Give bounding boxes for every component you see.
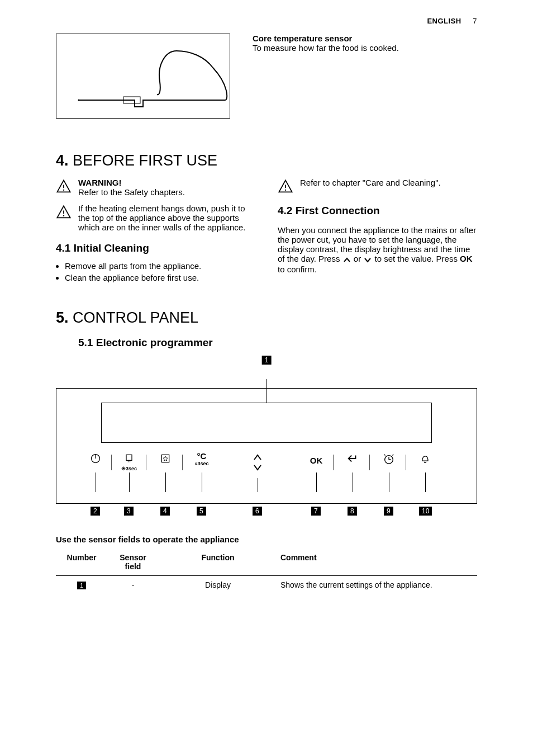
section-5-1-title: Electronic programmer [96,337,213,348]
cell-function: Display [159,576,277,594]
callout-badge-10: 10 [419,507,432,516]
page-header: ENGLISH 7 [56,17,477,25]
section-5-heading: 5. CONTROL PANEL [56,309,477,327]
callout-badge-5: 5 [197,507,206,516]
cell-comment: Shows the current settings of the applia… [277,576,477,594]
section-4-1-title: Initial Cleaning [74,242,149,254]
warning-label: WARNING! [78,178,122,187]
callout-badge-8: 8 [348,507,357,516]
section-4-1-number: 4.1 [56,242,70,254]
up-down-icon [244,453,272,474]
light-icon: ☀3sec [115,453,143,471]
section-5-1-heading: 5.1 Electronic programmer [56,337,477,349]
svg-point-5 [63,215,64,216]
callout-badge-2: 2 [91,507,100,516]
language-label: ENGLISH [427,17,461,25]
section-4-1-heading: 4.1 Initial Cleaning [56,242,255,254]
display-screen [101,403,432,443]
row-num-badge: 1 [77,582,86,589]
svg-rect-10 [126,455,132,460]
section-5-number: 5. [56,309,69,326]
ok-text: OK [460,254,473,263]
section-4-2-heading: 4.2 First Connection [278,205,477,217]
warning-icon [278,179,293,195]
accessory-row: Core temperature sensor To measure how f… [56,34,477,119]
callout-badge-4: 4 [160,507,170,516]
list-item: Clean the appliance before first use. [65,273,255,282]
first-connection-body: When you connect the appliance to the ma… [278,225,477,274]
bell-icon [411,453,439,466]
accessory-title: Core temperature sensor [253,34,477,43]
ok-label: OK [310,456,323,465]
temperature-sublabel: 3sec [197,461,208,466]
th-function: Function [159,549,277,576]
warning-icon [56,179,72,195]
temperature-button: °C »3sec [188,451,216,466]
control-panel-diagram: ☀3sec °C »3sec OK [56,388,477,504]
callout-badge-7: 7 [311,507,321,516]
callout-badge-3: 3 [124,507,134,516]
table-caption: Use the sensor fields to operate the app… [56,535,477,544]
note-care-text: Refer to chapter "Care and Cleaning". [300,178,441,187]
accessory-desc: To measure how far the food is cooked. [253,43,477,53]
section-4-number: 4. [56,152,69,169]
section-4-title: BEFORE FIRST USE [73,152,217,169]
note-care-cleaning: Refer to chapter "Care and Cleaning". [278,178,477,195]
caret-up-icon [342,254,351,264]
svg-point-1 [78,100,80,101]
page-number: 7 [473,17,477,25]
accessory-text: Core temperature sensor To measure how f… [253,34,477,119]
th-sensor: Sensor field [107,549,159,576]
section-4-2-number: 4.2 [278,205,292,216]
svg-point-7 [285,190,286,191]
body-text-d: to confirm. [278,264,317,274]
favourite-icon [151,453,179,466]
section-5-title: CONTROL PANEL [73,309,198,326]
th-number: Number [56,549,107,576]
body-text-c: to set the value. Press [374,254,460,263]
cell-sensor: - [107,576,159,594]
section-5-1-number: 5.1 [78,337,93,348]
light-sublabel: 3sec [126,466,137,471]
section-4-2-title: First Connection [296,205,380,216]
warning-text: Refer to the Safety chapters. [78,187,185,197]
clock-icon [375,453,403,467]
callout-badge-1: 1 [262,356,272,365]
ok-button: OK [302,456,330,465]
note-heating-element: If the heating element hangs down, push … [56,204,255,232]
list-item: Remove all parts from the appliance. [65,261,255,271]
temperature-label: °C [197,451,207,461]
warning-block: WARNING! Refer to the Safety chapters. [56,178,255,197]
warning-icon [56,205,72,220]
svg-point-3 [63,190,64,191]
callout-badge-9: 9 [384,507,393,516]
core-temp-sensor-illustration [56,34,230,119]
power-icon [82,453,110,466]
back-icon [339,453,367,466]
initial-cleaning-bullets: Remove all parts from the appliance. Cle… [56,261,255,282]
th-comment: Comment [277,549,477,576]
body-text-b: or [354,254,364,263]
note-heating-text: If the heating element hangs down, push … [78,204,245,232]
caret-down-icon [363,254,372,264]
sensor-field-table: Number Sensor field Function Comment 1 -… [56,549,477,594]
callout-badge-6: 6 [253,507,262,516]
table-row: 1 - Display Shows the current settings o… [56,576,477,594]
section-4-heading: 4. BEFORE FIRST USE [56,152,477,169]
